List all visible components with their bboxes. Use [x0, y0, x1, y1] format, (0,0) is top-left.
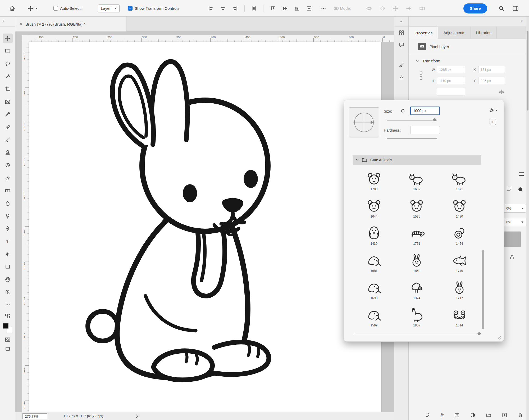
distribute-horizontal-icon[interactable] [251, 6, 257, 11]
size-slider-handle[interactable] [433, 118, 436, 121]
adjustment-layer-button[interactable] [470, 412, 476, 418]
tool-preset-move[interactable] [28, 0, 38, 17]
expand-tools-icon[interactable]: » [0, 17, 15, 27]
align-right-edges-icon[interactable] [232, 6, 238, 11]
brush-folder-row[interactable]: Cute Animals [353, 155, 481, 165]
tool-crop[interactable] [3, 84, 13, 94]
size-slider[interactable] [387, 120, 437, 121]
panel-button-comments[interactable] [394, 39, 408, 51]
tool-dodge[interactable] [3, 211, 13, 220]
brush-angle-preview[interactable] [349, 107, 379, 137]
x-field[interactable] [478, 66, 505, 73]
home-button[interactable] [9, 0, 15, 17]
brush-item-rabbit[interactable]: 1860 [395, 248, 438, 276]
tool-eyedropper[interactable] [3, 110, 13, 119]
3d-roll-icon[interactable] [379, 5, 386, 12]
zoom-level-input[interactable]: 276,77% [22, 413, 47, 419]
align-left-edges-icon[interactable] [208, 6, 214, 11]
tab-libraries[interactable]: Libraries [471, 27, 497, 39]
tab-adjustments[interactable]: Adjustments [438, 27, 471, 39]
brush-item-sheep[interactable]: 1374 [395, 276, 438, 303]
brush-item-turtle[interactable]: 1751 [395, 221, 438, 248]
tab-properties[interactable]: Properties [409, 27, 438, 39]
canvas[interactable] [29, 42, 381, 412]
brush-item-cat[interactable]: 1535 [395, 194, 438, 221]
align-bottom-edges-icon[interactable] [294, 6, 300, 11]
tool-rectangle[interactable] [3, 262, 13, 271]
show-transform-checkbox[interactable]: ✓ [128, 6, 133, 11]
brush-item-pomeranian[interactable]: 1480 [438, 194, 481, 221]
share-button[interactable]: Share [463, 0, 487, 17]
brush-options-button[interactable] [489, 108, 498, 113]
dock-scrollbar[interactable] [526, 17, 529, 420]
layer-thumbnail-clipped[interactable] [504, 232, 521, 247]
more-align-options-button[interactable] [321, 0, 326, 17]
new-group-button[interactable] [486, 412, 491, 418]
brush-item-red-panda[interactable]: 1703 [353, 167, 395, 194]
reset-size-icon[interactable] [400, 108, 405, 113]
height-field[interactable] [437, 77, 465, 84]
tool-type[interactable]: T [3, 237, 13, 246]
tool-hand[interactable] [3, 275, 13, 284]
panel-button-brush-settings[interactable] [394, 71, 408, 83]
lock-icon[interactable] [509, 254, 515, 260]
delete-layer-button[interactable] [518, 412, 523, 418]
brush-hardness-input[interactable] [410, 126, 440, 134]
close-tab-icon[interactable]: × [20, 21, 22, 27]
align-horizontal-centers-icon[interactable] [220, 6, 226, 11]
filter-dot-icon[interactable] [518, 187, 522, 191]
tool-zoom[interactable] [3, 287, 13, 297]
tool-rectangular-marquee[interactable] [3, 46, 13, 56]
new-brush-button[interactable]: + [490, 119, 496, 125]
tool-pen[interactable] [3, 224, 13, 233]
brush-item-bunny[interactable]: 1717 [438, 276, 481, 303]
tool-move[interactable] [3, 34, 13, 43]
quick-mask-button[interactable] [3, 335, 13, 344]
layer-mask-button[interactable] [454, 412, 460, 418]
3d-camera-icon[interactable] [419, 5, 425, 12]
tool-eraser[interactable] [3, 173, 13, 182]
tool-quick-selection[interactable] [3, 72, 13, 81]
foreground-color-swatch[interactable] [3, 323, 8, 329]
collapse-dock-icon[interactable]: » [521, 19, 523, 23]
brush-item-shark[interactable]: 1749 [438, 248, 481, 276]
opacity-dropdown-clipped[interactable]: 0% [504, 204, 526, 213]
canvas-artwork-bunny[interactable] [29, 42, 381, 412]
distribute-vertical-icon[interactable] [306, 6, 312, 11]
rotate-field[interactable] [437, 88, 465, 95]
horizontal-ruler[interactable]: 150 200 250 300 350 400 450 500 550 600 … [29, 35, 394, 42]
brush-item-penguin[interactable]: 1430 [353, 221, 395, 248]
dock-scrollbar-thumb[interactable] [527, 31, 528, 110]
tool-history-brush[interactable] [3, 160, 13, 170]
brush-item-frog[interactable]: 1314 [438, 303, 481, 330]
align-vertical-centers-icon[interactable] [282, 6, 288, 11]
show-transform-control[interactable]: ✓ Show Transform Controls [128, 0, 179, 17]
panel-button-workspace[interactable] [394, 27, 408, 39]
layer-style-button[interactable]: fx [441, 412, 444, 418]
brush-item-snake[interactable]: 1454 [438, 221, 481, 248]
brush-size-input[interactable] [410, 107, 440, 115]
tool-brush[interactable] [3, 135, 13, 144]
brush-item-cow[interactable]: 1602 [395, 167, 438, 194]
tool-frame[interactable] [3, 97, 13, 106]
layer-stack-icon[interactable] [506, 186, 512, 192]
brush-grid-scrollbar[interactable] [482, 250, 484, 329]
status-chevron-right-icon[interactable] [135, 414, 139, 418]
3d-orbit-icon[interactable] [366, 5, 372, 12]
vertical-ruler[interactable]: 300 350 400 450 500 550 600 650 700 750 … [22, 42, 29, 412]
fill-dropdown-clipped[interactable]: 0% [504, 218, 526, 226]
link-layers-button[interactable] [425, 412, 430, 418]
new-layer-button[interactable] [502, 412, 507, 418]
tool-healing-brush[interactable] [3, 122, 13, 132]
brush-item-lion[interactable]: 1671 [438, 167, 481, 194]
flip-icon[interactable] [499, 89, 504, 94]
resize-grip[interactable] [497, 335, 502, 340]
search-button[interactable] [498, 0, 505, 17]
ruler-origin-corner[interactable] [22, 35, 29, 42]
workspace-switcher-button[interactable] [512, 0, 519, 17]
brush-item-seal[interactable]: 1681 [353, 248, 395, 276]
panel-button-brushes[interactable] [394, 59, 408, 71]
edit-toolbar-button[interactable] [3, 300, 13, 309]
tool-blur[interactable] [3, 199, 13, 208]
width-field[interactable] [437, 66, 465, 73]
